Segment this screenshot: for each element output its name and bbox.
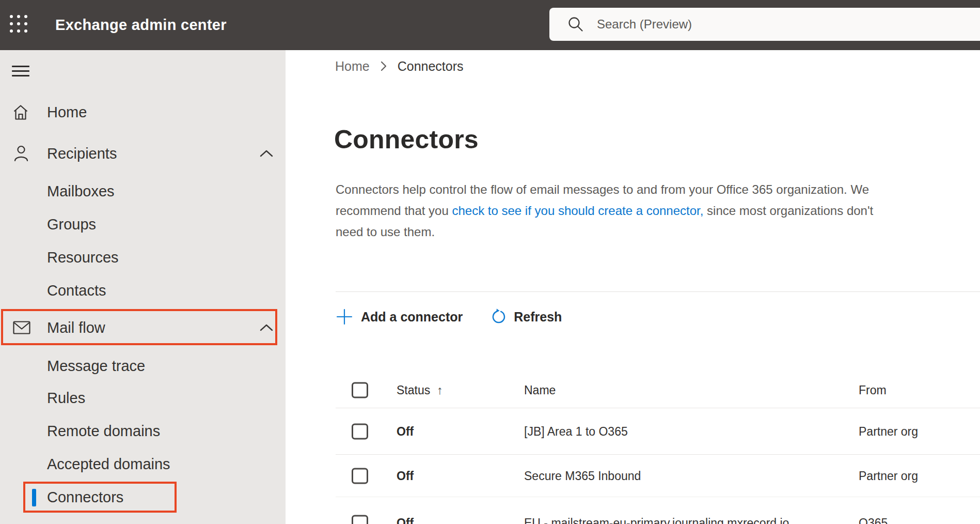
- description-line-3: need to use them.: [336, 225, 435, 239]
- cell-name[interactable]: Secure M365 Inbound: [524, 469, 641, 483]
- column-header-status[interactable]: Status ↑: [397, 383, 443, 397]
- breadcrumb: Home Connectors: [335, 57, 464, 75]
- sidebar-item-remote-domains[interactable]: Remote domains: [0, 414, 286, 448]
- sidebar-item-message-trace[interactable]: Message trace: [0, 349, 286, 382]
- column-header-from[interactable]: From: [859, 383, 887, 397]
- magnifier-icon: [567, 16, 584, 33]
- sidebar-item-label: Mailboxes: [47, 183, 115, 200]
- sort-ascending-icon: ↑: [437, 383, 443, 397]
- search-box[interactable]: [549, 8, 980, 41]
- sidebar-item-label: Contacts: [47, 282, 106, 299]
- column-header-label: Status: [397, 383, 430, 397]
- sidebar-item-mail-flow[interactable]: Mail flow: [0, 311, 286, 344]
- sidebar-item-home[interactable]: Home: [0, 96, 286, 129]
- chevron-right-icon: [380, 60, 387, 72]
- sidebar-item-contacts[interactable]: Contacts: [0, 274, 286, 307]
- sidebar-item-connectors[interactable]: Connectors: [0, 481, 286, 514]
- cell-name[interactable]: EU - mailstream-eu-primary.journaling.mx…: [524, 516, 789, 524]
- cell-status: Off: [397, 424, 414, 438]
- sidebar-item-label: Rules: [47, 390, 85, 407]
- row-checkbox[interactable]: [352, 468, 368, 484]
- description-line-2-pre: recommend that you: [336, 204, 452, 218]
- sidebar-item-label: Accepted domains: [47, 456, 170, 473]
- home-icon: [12, 103, 29, 121]
- toolbar: Add a connector Refresh: [336, 303, 562, 331]
- sidebar-item-label: Remote domains: [47, 423, 160, 440]
- plus-icon: [336, 308, 353, 326]
- search-input[interactable]: [596, 17, 928, 32]
- sidebar-item-mailboxes[interactable]: Mailboxes: [0, 175, 286, 208]
- table-row[interactable]: Off EU - mailstream-eu-primary.journalin…: [286, 497, 980, 524]
- row-checkbox[interactable]: [352, 515, 368, 524]
- breadcrumb-current: Connectors: [398, 59, 464, 74]
- cell-from: O365: [859, 516, 888, 524]
- sidebar-item-label: Mail flow: [47, 319, 105, 336]
- sidebar-nav: Home Recipients Mailboxes Groups Reso: [0, 50, 286, 524]
- page-description: Connectors help control the flow of emai…: [336, 179, 873, 242]
- app-launcher-icon[interactable]: [9, 14, 31, 37]
- refresh-label: Refresh: [514, 310, 562, 325]
- table-divider: [336, 454, 980, 455]
- description-line-2-post: since most organizations don't: [703, 204, 873, 218]
- row-checkbox[interactable]: [352, 423, 368, 439]
- cell-status: Off: [397, 469, 414, 483]
- person-icon: [12, 144, 30, 163]
- table-header-row: Status ↑ Name From: [286, 372, 980, 408]
- sidebar-item-label: Message trace: [47, 358, 145, 375]
- cell-name[interactable]: [JB] Area 1 to O365: [524, 424, 628, 438]
- main-content: Home Connectors Connectors Connectors he…: [286, 50, 980, 524]
- refresh-icon: [491, 309, 507, 325]
- refresh-button[interactable]: Refresh: [491, 309, 562, 325]
- hamburger-icon[interactable]: [12, 66, 29, 80]
- sidebar-item-label: Recipients: [47, 145, 117, 162]
- sidebar-item-label: Connectors: [47, 489, 123, 506]
- waffle-grid: [9, 14, 31, 34]
- mail-icon: [12, 320, 31, 335]
- sidebar-item-groups[interactable]: Groups: [0, 208, 286, 241]
- sidebar-item-label: Resources: [47, 249, 119, 266]
- app-title: Exchange admin center: [55, 0, 227, 50]
- top-bar: Exchange admin center: [0, 0, 980, 50]
- select-all-checkbox[interactable]: [352, 382, 368, 398]
- sidebar-item-resources[interactable]: Resources: [0, 241, 286, 274]
- cell-from: Partner org: [859, 424, 918, 438]
- selected-item-indicator: [32, 489, 36, 506]
- column-header-name[interactable]: Name: [524, 383, 556, 397]
- cell-from: Partner org: [859, 469, 918, 483]
- exchange-admin-center-window: Exchange admin center Home: [0, 0, 980, 524]
- add-connector-label: Add a connector: [361, 310, 463, 325]
- add-connector-button[interactable]: Add a connector: [336, 308, 463, 326]
- description-line-1: Connectors help control the flow of emai…: [336, 182, 869, 196]
- table-row[interactable]: Off [JB] Area 1 to O365 Partner org: [286, 408, 980, 454]
- sidebar-item-rules[interactable]: Rules: [0, 381, 286, 414]
- create-connector-link[interactable]: check to see if you should create a conn…: [452, 204, 703, 218]
- sidebar-item-recipients[interactable]: Recipients: [0, 137, 286, 170]
- toolbar-top-divider: [336, 291, 980, 292]
- sidebar-item-label: Groups: [47, 216, 96, 233]
- table-row[interactable]: Off Secure M365 Inbound Partner org: [286, 455, 980, 496]
- page-title: Connectors: [334, 125, 479, 155]
- cell-status: Off: [397, 516, 414, 524]
- chevron-up-icon[interactable]: [260, 149, 273, 158]
- breadcrumb-home-link[interactable]: Home: [335, 59, 370, 74]
- sidebar-item-accepted-domains[interactable]: Accepted domains: [0, 448, 286, 481]
- sidebar-item-label: Home: [47, 104, 87, 121]
- chevron-up-icon[interactable]: [260, 323, 273, 332]
